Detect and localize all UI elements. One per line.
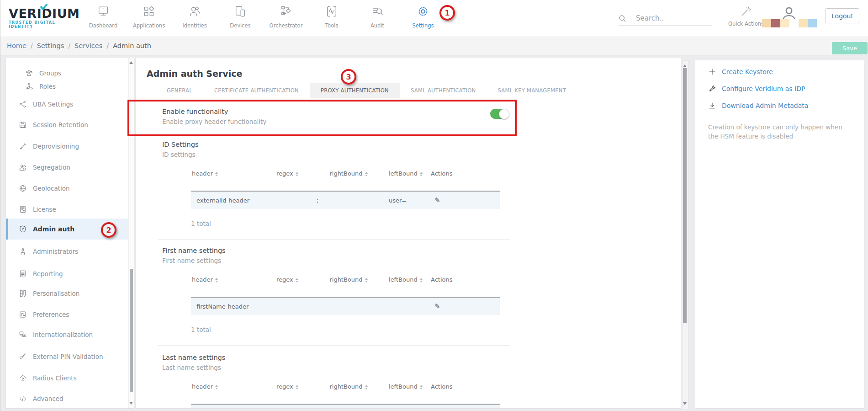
global-search bbox=[618, 11, 712, 26]
cell-header: externalId-header bbox=[191, 197, 275, 204]
column-rightbound[interactable]: rightBound bbox=[311, 170, 385, 177]
configure-veridium-idp-link[interactable]: Configure Veridium as IDP bbox=[708, 83, 864, 95]
tools-icon bbox=[309, 3, 355, 22]
identities-icon bbox=[172, 3, 217, 22]
logout-button[interactable]: Logout bbox=[826, 8, 859, 23]
column-actions: Actions bbox=[427, 276, 500, 283]
sidebar-item-roles[interactable]: Roles bbox=[6, 80, 128, 93]
column-header[interactable]: header bbox=[191, 383, 275, 390]
sidebar-item-segregation[interactable]: Segregation bbox=[6, 161, 128, 174]
sidebar-item-administrators[interactable]: Administrators bbox=[6, 245, 128, 258]
nav-item-applications[interactable]: Applications bbox=[126, 3, 172, 29]
sidebar-item-groups[interactable]: Groups bbox=[6, 67, 128, 80]
tab-saml-authentication[interactable]: SAML AUTHENTICATION bbox=[400, 83, 487, 98]
column-regex[interactable]: regex bbox=[275, 383, 311, 390]
column-header[interactable]: header bbox=[191, 170, 275, 177]
edit-pencil-icon[interactable]: ✎ bbox=[427, 196, 500, 204]
sort-icon bbox=[215, 172, 218, 176]
sidebar-item-internationalization[interactable]: Internationalization bbox=[6, 328, 128, 341]
search-input[interactable] bbox=[635, 14, 705, 23]
tab-certificate-authentication[interactable]: CERTIFICATE AUTHENTICATION bbox=[203, 83, 310, 98]
column-leftbound[interactable]: leftBound bbox=[385, 276, 427, 283]
download-admin-metadata-link[interactable]: Download Admin Metadata bbox=[708, 100, 864, 112]
breadcrumb-settings[interactable]: Settings bbox=[37, 42, 64, 49]
primary-nav: Dashboard Applications Identities Device… bbox=[80, 3, 446, 29]
save-button[interactable]: Save bbox=[832, 42, 868, 54]
nav-item-dashboard[interactable]: Dashboard bbox=[80, 3, 126, 29]
magic-wand-icon bbox=[740, 5, 752, 17]
content-scrollbar[interactable] bbox=[682, 60, 688, 409]
scroll-up-icon[interactable] bbox=[129, 61, 133, 64]
nav-item-identities[interactable]: Identities bbox=[172, 3, 217, 29]
sidebar-item-personalisation[interactable]: Personalisation bbox=[6, 287, 128, 300]
table-header-row: header regex rightBound leftBound Action… bbox=[191, 383, 500, 390]
sort-icon bbox=[365, 385, 368, 390]
content-scrollbar-thumb[interactable] bbox=[683, 68, 687, 323]
column-rightbound[interactable]: rightBound bbox=[311, 276, 385, 283]
sidebar-item-deprovisioning[interactable]: Deprovisioning bbox=[6, 140, 128, 153]
sidebar-item-external-pin-validation[interactable]: External PIN Validation bbox=[6, 350, 128, 363]
theme-color-swatches bbox=[762, 19, 817, 27]
session-retention-icon bbox=[19, 121, 27, 129]
cell-header: firstName-header bbox=[191, 303, 275, 310]
nav-item-tools[interactable]: Tools bbox=[309, 3, 355, 29]
scroll-down-icon[interactable] bbox=[683, 402, 687, 405]
nav-item-settings[interactable]: Settings bbox=[400, 3, 446, 29]
nav-item-orchestrator[interactable]: Orchestrator bbox=[263, 3, 309, 29]
wrench-icon bbox=[708, 85, 716, 93]
annotation-step-3: 3 bbox=[341, 69, 356, 85]
sidebar-item-preferences[interactable]: Preferences bbox=[6, 308, 128, 321]
veridium-logo[interactable]: VERIDIUM TRUSTED DIGITAL IDENTITY bbox=[9, 7, 77, 29]
column-leftbound[interactable]: leftBound bbox=[385, 170, 427, 177]
sidebar-item-radius-clients[interactable]: Radius Clients bbox=[6, 372, 128, 384]
section-title: Last name settings bbox=[162, 353, 635, 362]
scroll-up-icon[interactable] bbox=[683, 64, 687, 67]
section-divider bbox=[158, 345, 510, 346]
tab-proxy-authentication[interactable]: PROXY AUTHENTICATION bbox=[310, 83, 400, 98]
external-pin-key-icon bbox=[19, 352, 27, 361]
sidebar-item-uba-settings[interactable]: UBA Settings bbox=[6, 98, 128, 111]
column-rightbound[interactable]: rightBound bbox=[311, 383, 385, 390]
cell-rightbound: ; bbox=[311, 197, 385, 204]
breadcrumb-separator: / bbox=[68, 42, 70, 49]
personalisation-icon bbox=[19, 289, 27, 298]
settings-gear-icon bbox=[400, 3, 446, 22]
nav-item-devices[interactable]: Devices bbox=[217, 3, 263, 29]
advanced-code-icon bbox=[19, 395, 27, 403]
swatch-5 bbox=[799, 19, 808, 27]
create-keystore-link[interactable]: Create Keystore bbox=[708, 66, 864, 78]
edit-pencil-icon[interactable]: ✎ bbox=[427, 302, 500, 310]
sidebar-item-reporting[interactable]: Reporting bbox=[6, 267, 128, 280]
sidebar-item-session-retention[interactable]: Session Retention bbox=[6, 118, 128, 131]
logo-checkmark-icon bbox=[40, 3, 48, 12]
scroll-down-icon[interactable] bbox=[129, 402, 133, 405]
uba-settings-icon bbox=[19, 100, 27, 108]
section-subtitle: Last name settings bbox=[162, 363, 635, 372]
column-regex[interactable]: regex bbox=[275, 170, 311, 177]
tab-general[interactable]: GENERAL bbox=[156, 83, 203, 98]
logo-tagline: TRUSTED DIGITAL IDENTITY bbox=[9, 21, 77, 29]
sidebar-item-advanced[interactable]: Advanced bbox=[6, 392, 128, 405]
column-header[interactable]: header bbox=[191, 276, 275, 283]
swatch-4 bbox=[789, 19, 799, 27]
annotation-step-2: 2 bbox=[101, 222, 116, 238]
table-row: firstName-header ✎ bbox=[191, 297, 500, 315]
id-settings-table: header regex rightBound leftBound Action… bbox=[191, 170, 500, 209]
veridium-admin-console: VERIDIUM TRUSTED DIGITAL IDENTITY Dashbo… bbox=[0, 0, 868, 411]
tab-saml-key-management[interactable]: SAML KEY MANAGEMENT bbox=[487, 83, 577, 98]
breadcrumb-home[interactable]: Home bbox=[7, 42, 26, 49]
sidebar-item-license[interactable]: License bbox=[6, 203, 128, 216]
nav-item-audit[interactable]: Audit bbox=[355, 3, 400, 29]
sort-icon bbox=[296, 278, 298, 283]
sidebar-scrollbar-thumb[interactable] bbox=[130, 269, 133, 392]
breadcrumb-services[interactable]: Services bbox=[74, 42, 102, 49]
breadcrumb-current: Admin auth bbox=[113, 42, 151, 49]
column-regex[interactable]: regex bbox=[275, 276, 311, 283]
column-leftbound[interactable]: leftBound bbox=[385, 383, 427, 390]
sidebar-item-geolocation[interactable]: Geolocation bbox=[6, 182, 128, 195]
annotation-step-1: 1 bbox=[439, 5, 455, 21]
download-icon bbox=[708, 101, 716, 110]
annotation-highlight-box bbox=[127, 100, 517, 136]
breadcrumb-separator: / bbox=[31, 42, 33, 49]
segregation-icon bbox=[19, 163, 27, 171]
